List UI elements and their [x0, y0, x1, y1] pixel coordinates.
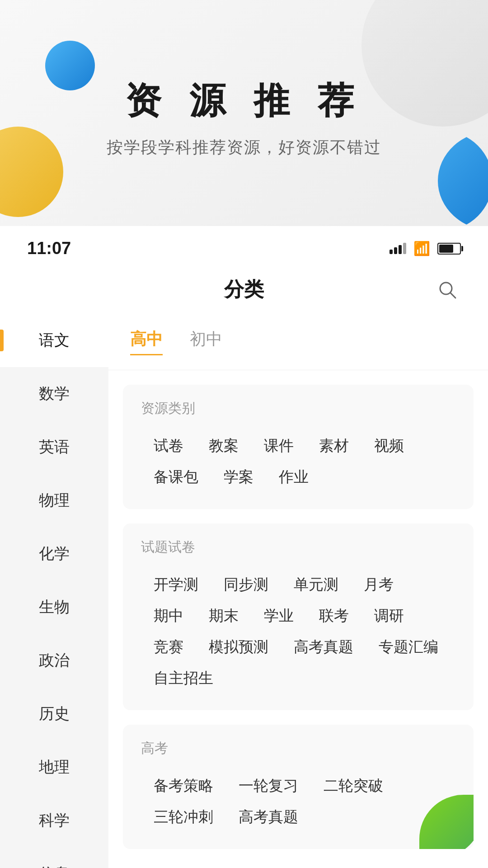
- wifi-icon: 📶: [413, 241, 430, 256]
- tag-jingsai[interactable]: 竞赛: [141, 632, 196, 663]
- tab-chuzhong[interactable]: 初中: [190, 328, 222, 355]
- main-content: 语文 数学 英语 物理 化学 生物 政治 历史 地理 科学 信息 综合 其他 高…: [0, 314, 488, 868]
- tag-shipin[interactable]: 视频: [361, 430, 417, 462]
- sidebar-item-zhengzhi[interactable]: 政治: [0, 634, 108, 687]
- tag-danyuance[interactable]: 单元测: [281, 569, 351, 600]
- search-icon: [437, 280, 457, 300]
- tag-qimo[interactable]: 期末: [196, 600, 251, 632]
- hero-bg-shape: [361, 0, 488, 127]
- sidebar-item-kexue[interactable]: 科学: [0, 794, 108, 847]
- tag-qizhong[interactable]: 期中: [141, 600, 196, 632]
- sidebar-item-yuwen[interactable]: 语文: [0, 314, 108, 367]
- tag-diaoyan[interactable]: 调研: [361, 600, 417, 632]
- category-title-ziyuan: 资源类别: [141, 399, 455, 418]
- tab-gaozhong[interactable]: 高中: [130, 328, 163, 355]
- tag-yuekao[interactable]: 月考: [351, 569, 406, 600]
- page-header: 分类: [0, 265, 488, 314]
- sidebar: 语文 数学 英语 物理 化学 生物 政治 历史 地理 科学 信息 综合 其他: [0, 314, 108, 868]
- category-ziyuan: 资源类别 试卷 教案 课件 素材 视频 备课包 学案 作业: [123, 385, 474, 509]
- subject-tabs: 高中 初中: [108, 314, 488, 370]
- right-content: 高中 初中 资源类别 试卷 教案 课件 素材 视频 备课包 学案 作业: [108, 314, 488, 868]
- status-icons: 📶: [389, 241, 461, 256]
- status-bar: 11:07 📶: [0, 226, 488, 265]
- hero-blue-dot: [45, 41, 95, 90]
- tag-gaokao-zhenti[interactable]: 高考真题: [281, 632, 366, 663]
- tag-zizhuzhaosheng[interactable]: 自主招生: [141, 663, 226, 694]
- hero-yellow-circle: [0, 127, 63, 217]
- battery-icon: [437, 243, 461, 255]
- search-button[interactable]: [434, 276, 461, 303]
- tag-tongbuce[interactable]: 同步测: [211, 569, 281, 600]
- green-leaf-decoration: [419, 795, 474, 849]
- sidebar-item-huaxue[interactable]: 化学: [0, 527, 108, 580]
- tag-jiaoan[interactable]: 教案: [196, 430, 251, 462]
- phone-screen: 11:07 📶 分类 语文 数学 英语 物理 化学: [0, 226, 488, 868]
- tag-shijuan[interactable]: 试卷: [141, 430, 196, 462]
- category-shiti: 试题试卷 开学测 同步测 单元测 月考 期中 期末 学业 联考 调研 竞赛 模拟…: [123, 524, 474, 710]
- tag-kejian[interactable]: 课件: [251, 430, 306, 462]
- sidebar-item-xinxi[interactable]: 信息: [0, 847, 108, 868]
- tag-beikebao[interactable]: 备课包: [141, 462, 211, 493]
- tag-kaixueche[interactable]: 开学测: [141, 569, 211, 600]
- tag-gaokao-zhenti2[interactable]: 高考真题: [226, 802, 311, 833]
- hero-subtitle: 按学段学科推荐资源，好资源不错过: [107, 137, 381, 159]
- sidebar-item-yingyu[interactable]: 英语: [0, 420, 108, 474]
- sidebar-item-dili[interactable]: 地理: [0, 741, 108, 794]
- category-title-gaokao: 高考: [141, 739, 455, 758]
- category-title-shiti: 试题试卷: [141, 538, 455, 557]
- tag-group-gaokao: 备考策略 一轮复习 二轮突破 三轮冲刺 高考真题: [141, 770, 455, 833]
- tag-beikao[interactable]: 备考策略: [141, 770, 226, 802]
- tag-group-shiti: 开学测 同步测 单元测 月考 期中 期末 学业 联考 调研 竞赛 模拟预测 高考…: [141, 569, 455, 694]
- tag-group-ziyuan: 试卷 教案 课件 素材 视频 备课包 学案 作业: [141, 430, 455, 493]
- tag-xuean[interactable]: 学案: [211, 462, 266, 493]
- tag-sucai[interactable]: 素材: [306, 430, 361, 462]
- sidebar-item-wuli[interactable]: 物理: [0, 474, 108, 527]
- signal-icon: [389, 243, 406, 254]
- tag-xueye[interactable]: 学业: [251, 600, 306, 632]
- sidebar-item-shuxue[interactable]: 数学: [0, 367, 108, 420]
- status-time: 11:07: [27, 239, 71, 258]
- hero-blue-half: [393, 131, 488, 226]
- hero-title: 资 源 推 荐: [125, 77, 363, 126]
- sidebar-item-shengwu[interactable]: 生物: [0, 580, 108, 634]
- page-title: 分类: [224, 276, 264, 303]
- sidebar-item-lishi[interactable]: 历史: [0, 687, 108, 741]
- tag-liankao[interactable]: 联考: [306, 600, 361, 632]
- category-gaokao: 高考 备考策略 一轮复习 二轮突破 三轮冲刺 高考真题: [123, 725, 474, 849]
- svg-line-1: [450, 293, 455, 298]
- tag-yilunfuxi[interactable]: 一轮复习: [226, 770, 311, 802]
- tag-sanlunchongci[interactable]: 三轮冲刺: [141, 802, 226, 833]
- tag-zhuanti[interactable]: 专题汇编: [366, 632, 451, 663]
- hero-section: 资 源 推 荐 按学段学科推荐资源，好资源不错过: [0, 0, 488, 226]
- tag-zuoye[interactable]: 作业: [266, 462, 321, 493]
- tag-erluntupo[interactable]: 二轮突破: [311, 770, 396, 802]
- tag-moniyuce[interactable]: 模拟预测: [196, 632, 281, 663]
